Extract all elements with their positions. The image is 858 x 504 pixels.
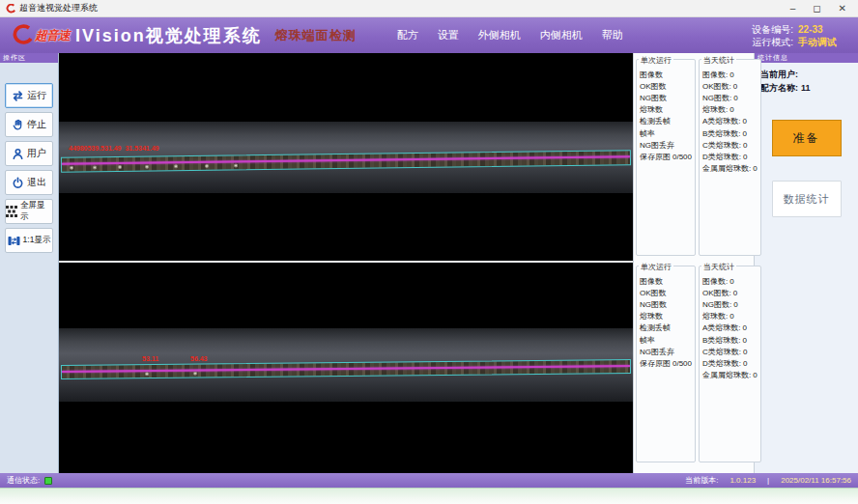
stat-row: NG图数:0 bbox=[702, 92, 758, 103]
fullscreen-button-label: 全屏显示 bbox=[20, 200, 52, 223]
bead-marker bbox=[70, 166, 73, 170]
operation-sidebar: 操作区 运行 停止 用户 退出 全屏显示 bbox=[0, 53, 59, 473]
one-to-one-button[interactable]: 1:1显示 bbox=[5, 228, 53, 253]
bead-marker bbox=[193, 372, 197, 376]
run-mode-value: 手动调试 bbox=[798, 36, 844, 48]
stat-row: 熔珠数:0 bbox=[702, 104, 758, 116]
comm-status-label: 通信状态: bbox=[7, 475, 40, 486]
sidebar-title: 操作区 bbox=[0, 53, 58, 63]
datetime-value: 2025/02/11 16:57:56 bbox=[781, 476, 851, 485]
stat-row: 熔珠数:0 bbox=[702, 311, 758, 322]
stat-row: OK图数:0 bbox=[702, 287, 758, 298]
stat-row: 图像数 bbox=[640, 69, 692, 80]
stat-row: 检测丢帧 bbox=[640, 116, 692, 127]
run-button[interactable]: 运行 bbox=[5, 83, 53, 108]
maximize-button[interactable]: ◻ bbox=[813, 1, 820, 16]
stat-row: A类熔珠数:0 bbox=[702, 116, 758, 127]
stat-row: 熔珠数 bbox=[640, 311, 692, 322]
current-user-label: 当前用户: bbox=[760, 68, 798, 81]
bead-marker bbox=[174, 164, 178, 168]
header-info: 设备编号: 22-33 运行模式: 手动调试 bbox=[752, 23, 848, 48]
stat-row: D类熔珠数:0 bbox=[702, 151, 758, 162]
data-statistics-button[interactable]: 数据统计 bbox=[772, 181, 842, 217]
user-icon bbox=[12, 148, 24, 160]
one-to-one-button-label: 1:1显示 bbox=[23, 235, 51, 246]
bead-marker bbox=[118, 165, 122, 169]
stat-row: OK图数:0 bbox=[702, 80, 758, 92]
menu-item[interactable]: 帮助 bbox=[602, 28, 623, 42]
top-measurement-annotation: 44980539.531.49 31.5341.49 bbox=[69, 145, 158, 152]
version-label: 当前版本: bbox=[685, 475, 718, 486]
bead-marker bbox=[205, 164, 209, 168]
stat-row: B类熔珠数:0 bbox=[702, 127, 758, 139]
menu-item[interactable]: 外侧相机 bbox=[478, 28, 521, 42]
stat-row: NG图数 bbox=[640, 298, 692, 310]
hand-stop-icon bbox=[12, 119, 24, 131]
info-panel: 统计信息 当前用户: 配方名称: 11 准备 数据统计 bbox=[754, 53, 858, 473]
statistics-column: 单次运行 图像数OK图数NG图数熔珠数检测丢帧帧率NG图丢弃保存原图0/500 … bbox=[633, 53, 754, 473]
single-run-title: 单次运行 bbox=[639, 262, 673, 272]
daily-stats-title: 当天统计 bbox=[701, 55, 736, 66]
stop-button[interactable]: 停止 bbox=[5, 112, 53, 137]
one-to-one-icon bbox=[8, 235, 20, 247]
window-title: 超音速视觉处理系统 bbox=[19, 2, 98, 14]
bead-marker bbox=[93, 165, 97, 169]
brand-swoosh-icon bbox=[10, 24, 33, 47]
app-subtitle: 熔珠端面检测 bbox=[275, 27, 357, 44]
stat-row: NG图丢弃 bbox=[640, 346, 692, 357]
user-button-label: 用户 bbox=[27, 147, 46, 160]
daily-stats-groupbox: 当天统计 图像数:0OK图数:0NG图数:0熔珠数:0A类熔珠数:0B类熔珠数:… bbox=[699, 59, 761, 256]
brand-logo: 超音速 bbox=[10, 24, 70, 47]
bead-marker bbox=[234, 163, 238, 167]
stat-row: C类熔珠数:0 bbox=[702, 139, 758, 151]
menu-item[interactable]: 配方 bbox=[397, 28, 418, 42]
comm-status-indicator bbox=[44, 477, 52, 485]
exit-button-label: 退出 bbox=[27, 176, 46, 189]
inner-camera-stats: 单次运行 图像数OK图数NG图数熔珠数检测丢帧帧率NG图丢弃保存原图0/500 … bbox=[636, 266, 752, 462]
stat-row: OK图数 bbox=[640, 287, 692, 298]
app-title: IVision视觉处理系统 bbox=[75, 24, 262, 47]
run-cycle-icon bbox=[12, 90, 24, 102]
stat-row: 帧率 bbox=[640, 127, 692, 139]
power-icon bbox=[12, 177, 24, 189]
device-id-label: 设备编号: bbox=[752, 23, 793, 36]
stat-row: A类熔珠数:0 bbox=[702, 322, 758, 334]
single-run-title: 单次运行 bbox=[639, 55, 673, 66]
app-window: 超音速视觉处理系统 – ◻ ✕ 超音速 IVision视觉处理系统 熔珠端面检测… bbox=[0, 0, 858, 504]
stat-row: C类熔珠数:0 bbox=[702, 346, 758, 357]
stat-row: NG图数 bbox=[640, 92, 692, 103]
stat-row: 金属屑熔珠数:0 bbox=[702, 370, 758, 381]
camera-viewports: 44980539.531.49 31.5341.49 53.11 56.43 bbox=[59, 53, 633, 473]
close-button[interactable]: ✕ bbox=[839, 1, 846, 16]
recipe-name-label: 配方名称: bbox=[760, 81, 798, 95]
stat-row: 保存原图0/500 bbox=[640, 357, 692, 369]
stop-button-label: 停止 bbox=[27, 118, 46, 131]
user-button[interactable]: 用户 bbox=[5, 141, 53, 166]
prepare-button[interactable]: 准备 bbox=[772, 120, 842, 156]
stat-row: 保存原图0/500 bbox=[640, 151, 692, 162]
fullscreen-grid-icon bbox=[6, 206, 17, 217]
stat-row: NG图丢弃 bbox=[640, 139, 692, 151]
outer-camera-stats: 单次运行 图像数OK图数NG图数熔珠数检测丢帧帧率NG图丢弃保存原图0/500 … bbox=[636, 59, 752, 256]
minimize-button[interactable]: – bbox=[790, 1, 796, 16]
brand-name: 超音速 bbox=[35, 27, 70, 44]
top-detection-line bbox=[62, 155, 630, 165]
stat-row: B类熔珠数:0 bbox=[702, 334, 758, 346]
stat-row: 帧率 bbox=[640, 334, 692, 346]
menu-item[interactable]: 内侧相机 bbox=[540, 28, 583, 42]
info-panel-title: 统计信息 bbox=[755, 53, 858, 63]
status-bar: 通信状态: 当前版本: 1.0.123 | 2025/02/11 16:57:5… bbox=[0, 473, 858, 488]
fullscreen-button[interactable]: 全屏显示 bbox=[5, 199, 53, 224]
recipe-name-value: 11 bbox=[801, 81, 811, 95]
stat-row: 熔珠数 bbox=[640, 104, 692, 116]
single-run-groupbox: 单次运行 图像数OK图数NG图数熔珠数检测丢帧帧率NG图丢弃保存原图0/500 bbox=[636, 266, 696, 462]
bead-marker bbox=[145, 165, 149, 169]
exit-button[interactable]: 退出 bbox=[5, 170, 53, 195]
bead-marker bbox=[145, 372, 149, 376]
stat-row: D类熔珠数:0 bbox=[702, 357, 758, 369]
menu-item[interactable]: 设置 bbox=[438, 28, 459, 42]
stat-row: OK图数 bbox=[640, 80, 692, 92]
bottom-strip bbox=[0, 488, 858, 504]
stat-row: 金属屑熔珠数:0 bbox=[702, 163, 758, 175]
stat-row: 检测丢帧 bbox=[640, 322, 692, 334]
